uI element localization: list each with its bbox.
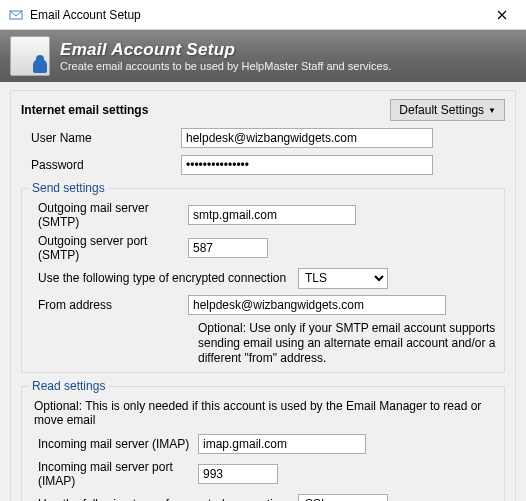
default-settings-button[interactable]: Default Settings ▼	[390, 99, 505, 121]
app-icon	[8, 7, 24, 23]
header-subtitle: Create email accounts to be used by Help…	[60, 60, 391, 72]
smtp-encryption-select[interactable]: TLS	[298, 268, 388, 289]
default-settings-label: Default Settings	[399, 103, 484, 117]
header-title: Email Account Setup	[60, 40, 391, 60]
imap-port-label: Incoming mail server port (IMAP)	[28, 460, 198, 488]
from-address-label: From address	[28, 298, 188, 312]
settings-panel: Internet email settings Default Settings…	[10, 90, 516, 501]
read-settings-group: Read settings Optional: This is only nee…	[21, 379, 505, 501]
read-settings-legend: Read settings	[28, 379, 109, 393]
panel-heading: Internet email settings	[21, 103, 148, 117]
imap-encryption-label: Use the following type of encrypted conn…	[28, 497, 298, 501]
send-settings-legend: Send settings	[28, 181, 109, 195]
send-settings-group: Send settings Outgoing mail server (SMTP…	[21, 181, 505, 373]
from-address-input[interactable]	[188, 295, 446, 315]
email-account-icon	[10, 36, 50, 76]
imap-encryption-select[interactable]: SSL	[298, 494, 388, 502]
username-input[interactable]	[181, 128, 433, 148]
wizard-header: Email Account Setup Create email account…	[0, 30, 526, 82]
username-label: User Name	[21, 131, 181, 145]
close-button[interactable]	[479, 0, 524, 29]
smtp-encryption-label: Use the following type of encrypted conn…	[28, 271, 298, 285]
smtp-server-input[interactable]	[188, 205, 356, 225]
imap-port-input[interactable]	[198, 464, 278, 484]
read-settings-note: Optional: This is only needed if this ac…	[28, 399, 498, 427]
chevron-down-icon: ▼	[488, 106, 496, 115]
password-label: Password	[21, 158, 181, 172]
window-title: Email Account Setup	[30, 8, 479, 22]
imap-server-input[interactable]	[198, 434, 366, 454]
smtp-port-input[interactable]	[188, 238, 268, 258]
smtp-port-label: Outgoing server port (SMTP)	[28, 234, 188, 262]
window-titlebar: Email Account Setup	[0, 0, 526, 30]
password-input[interactable]	[181, 155, 433, 175]
imap-server-label: Incoming mail server (IMAP)	[28, 437, 198, 451]
smtp-server-label: Outgoing mail server (SMTP)	[28, 201, 188, 229]
from-address-note: Optional: Use only if your SMTP email ac…	[28, 321, 498, 366]
